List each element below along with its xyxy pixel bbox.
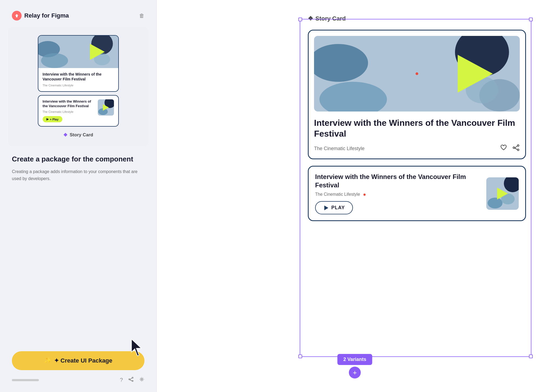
card-thumb-v2	[98, 99, 114, 116]
card-content-v2: Interview with the Winners of the Vancou…	[43, 99, 95, 122]
svg-point-6	[517, 145, 519, 146]
card-body-v1: Interview with the Winners of the Vancou…	[38, 68, 118, 91]
settings-icon[interactable]	[139, 377, 144, 383]
svg-marker-11	[325, 206, 328, 210]
share-action-icon[interactable]	[512, 144, 520, 153]
big-card-title: Interview with the Winners of the Vancou…	[314, 117, 520, 139]
info-section: Create a package for the component Creat…	[0, 146, 156, 351]
right-panel: ❖ Story Card Interview with the Win	[157, 0, 553, 392]
help-icon[interactable]: ?	[120, 377, 123, 383]
asterisk-icon: ❖	[63, 132, 68, 138]
big-card-footer: The Cinematic Lifestyle	[314, 144, 520, 153]
story-card-label: ❖ Story Card	[308, 15, 346, 22]
component-label: ❖ Story Card	[63, 132, 93, 138]
trash-icon[interactable]: 🗑	[139, 13, 144, 19]
info-desc: Creating a package adds information to y…	[12, 168, 144, 182]
add-variant-button[interactable]: +	[349, 367, 361, 379]
small-card-vertical: Interview with the Winners of the Vancou…	[38, 35, 119, 92]
scroll-indicator	[12, 379, 39, 381]
card-title-v1: Interview with the Winners of the Vancou…	[43, 72, 114, 82]
play-button-large[interactable]: PLAY	[315, 201, 353, 214]
panel-header: Relay for Figma 🗑	[0, 0, 156, 27]
big-card-vertical: Interview with the Winners of the Vancou…	[308, 30, 526, 159]
play-icon-small: ▶	[46, 117, 49, 121]
svg-point-2	[132, 380, 133, 381]
handle-bl	[298, 354, 302, 358]
card-subtitle-v1: The Cinematic Lifestyle	[43, 84, 114, 87]
play-label-small: + Play	[50, 118, 59, 121]
card-title-v2: Interview with the Winners of the Vancou…	[43, 99, 95, 109]
handle-br	[529, 354, 533, 358]
variants-badge: 2 Variants	[337, 354, 372, 365]
heart-icon[interactable]	[500, 144, 507, 153]
story-card-asterisk-icon: ❖	[308, 15, 313, 22]
story-card-name: Story Card	[315, 15, 346, 22]
svg-line-9	[515, 146, 517, 148]
big-card-subtitle: The Cinematic Lifestyle	[314, 146, 365, 151]
cards-container: Interview with the Winners of the Vancou…	[308, 30, 526, 221]
svg-line-4	[130, 380, 132, 381]
horiz-card: Interview with the Winners of the Vancou…	[308, 166, 526, 221]
svg-line-3	[130, 378, 132, 380]
horiz-card-content: Interview with the Winners of the Vancou…	[315, 173, 480, 214]
svg-point-0	[132, 377, 133, 378]
app-name: Relay for Figma	[24, 12, 69, 19]
relay-logo: Relay for Figma	[12, 11, 69, 21]
play-label-large: PLAY	[331, 205, 345, 211]
bottom-bar: ?	[0, 377, 156, 392]
handle-tl	[298, 18, 302, 21]
card-image-v1	[38, 36, 118, 68]
svg-point-1	[129, 379, 130, 380]
share-icon[interactable]	[128, 377, 134, 383]
svg-point-7	[513, 147, 515, 148]
create-ui-package-button[interactable]: ✨ ✦ Create UI Package	[12, 351, 144, 370]
left-panel: Relay for Figma 🗑 Interview with the Win…	[0, 0, 157, 392]
info-title: Create a package for the component	[12, 155, 144, 164]
horiz-card-title: Interview with the Winners of the Vancou…	[315, 173, 480, 189]
svg-point-8	[517, 149, 519, 151]
horiz-card-subtitle: The Cinematic Lifestyle	[315, 192, 480, 197]
card-subtitle-v2: The Cinematic Lifestyle	[43, 110, 95, 113]
big-card-image	[314, 36, 520, 111]
create-btn-wrap: ✨ ✦ Create UI Package	[0, 351, 156, 377]
svg-point-5	[141, 379, 143, 380]
play-button-small[interactable]: ▶ + Play	[43, 116, 62, 122]
small-card-horizontal: Interview with the Winners of the Vancou…	[38, 95, 119, 127]
svg-line-10	[515, 148, 517, 150]
preview-area: Interview with the Winners of the Vancou…	[8, 27, 148, 146]
big-card-actions	[500, 144, 520, 153]
create-btn-label: ✦ Create UI Package	[54, 357, 112, 364]
component-name: Story Card	[70, 132, 93, 138]
create-btn-icon: ✨	[44, 357, 51, 364]
horiz-card-thumb	[486, 177, 519, 210]
handle-tr	[529, 18, 533, 21]
relay-logo-icon	[12, 11, 22, 21]
bottom-icons: ?	[120, 377, 144, 383]
